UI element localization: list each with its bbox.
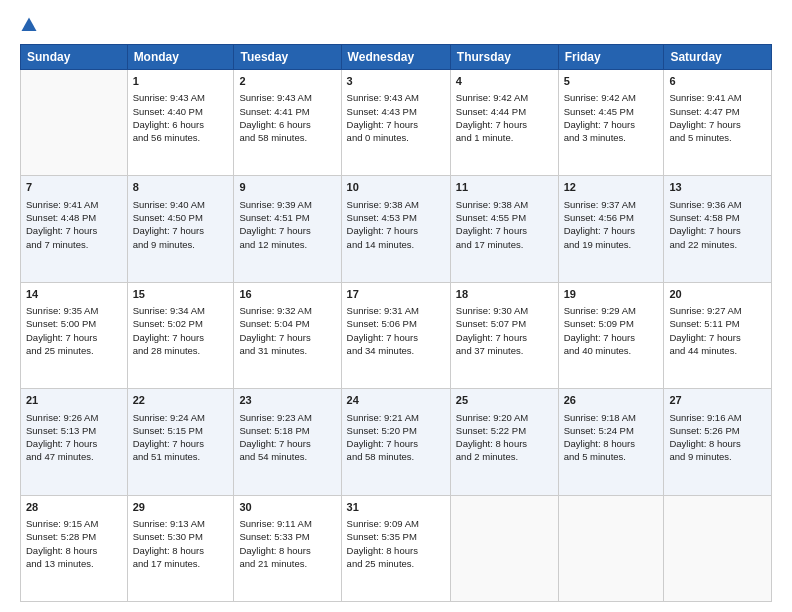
day-info-line: Sunset: 5:22 PM — [456, 424, 553, 437]
day-number: 5 — [564, 74, 659, 89]
day-info-line: Sunset: 4:40 PM — [133, 105, 229, 118]
day-info-line: and 58 minutes. — [239, 131, 335, 144]
day-info-line: Sunset: 4:44 PM — [456, 105, 553, 118]
day-info-line: Sunrise: 9:29 AM — [564, 304, 659, 317]
day-number: 11 — [456, 180, 553, 195]
day-info-line: Sunrise: 9:21 AM — [347, 411, 445, 424]
day-info-line: Sunset: 4:47 PM — [669, 105, 766, 118]
day-info-line: and 14 minutes. — [347, 238, 445, 251]
header — [20, 16, 772, 34]
calendar-cell: 11Sunrise: 9:38 AMSunset: 4:55 PMDayligh… — [450, 176, 558, 282]
logo — [20, 16, 42, 34]
day-number: 31 — [347, 500, 445, 515]
day-info-line: Daylight: 7 hours — [456, 331, 553, 344]
day-info-line: Sunset: 4:55 PM — [456, 211, 553, 224]
day-info-line: Sunrise: 9:42 AM — [456, 91, 553, 104]
day-info-line: Sunrise: 9:39 AM — [239, 198, 335, 211]
day-info-line: Sunrise: 9:18 AM — [564, 411, 659, 424]
day-info-line: Sunrise: 9:23 AM — [239, 411, 335, 424]
day-info-line: Sunset: 4:56 PM — [564, 211, 659, 224]
calendar-cell: 30Sunrise: 9:11 AMSunset: 5:33 PMDayligh… — [234, 495, 341, 601]
day-info-line: Daylight: 7 hours — [456, 118, 553, 131]
calendar-cell: 24Sunrise: 9:21 AMSunset: 5:20 PMDayligh… — [341, 389, 450, 495]
calendar-week-row: 7Sunrise: 9:41 AMSunset: 4:48 PMDaylight… — [21, 176, 772, 282]
day-info-line: Sunrise: 9:16 AM — [669, 411, 766, 424]
day-info-line: Sunset: 5:07 PM — [456, 317, 553, 330]
day-number: 22 — [133, 393, 229, 408]
day-info-line: and 25 minutes. — [26, 344, 122, 357]
weekday-header-monday: Monday — [127, 45, 234, 70]
day-number: 21 — [26, 393, 122, 408]
day-info-line: Sunrise: 9:38 AM — [347, 198, 445, 211]
day-info-line: Daylight: 6 hours — [133, 118, 229, 131]
calendar-cell: 10Sunrise: 9:38 AMSunset: 4:53 PMDayligh… — [341, 176, 450, 282]
day-info-line: Daylight: 7 hours — [26, 437, 122, 450]
calendar-cell: 23Sunrise: 9:23 AMSunset: 5:18 PMDayligh… — [234, 389, 341, 495]
day-info-line: Daylight: 8 hours — [347, 544, 445, 557]
day-info-line: Sunrise: 9:38 AM — [456, 198, 553, 211]
day-info-line: and 12 minutes. — [239, 238, 335, 251]
day-info-line: Sunset: 4:51 PM — [239, 211, 335, 224]
day-info-line: and 34 minutes. — [347, 344, 445, 357]
day-info-line: Sunrise: 9:20 AM — [456, 411, 553, 424]
weekday-header-tuesday: Tuesday — [234, 45, 341, 70]
day-info-line: and 51 minutes. — [133, 450, 229, 463]
day-info-line: Sunset: 4:41 PM — [239, 105, 335, 118]
day-info-line: Sunset: 5:30 PM — [133, 530, 229, 543]
calendar-cell: 25Sunrise: 9:20 AMSunset: 5:22 PMDayligh… — [450, 389, 558, 495]
day-info-line: Daylight: 7 hours — [26, 224, 122, 237]
calendar-cell — [21, 70, 128, 176]
weekday-header-thursday: Thursday — [450, 45, 558, 70]
day-number: 29 — [133, 500, 229, 515]
day-info-line: Sunrise: 9:43 AM — [133, 91, 229, 104]
svg-marker-0 — [22, 18, 37, 32]
day-info-line: Sunrise: 9:43 AM — [347, 91, 445, 104]
day-info-line: Sunset: 5:04 PM — [239, 317, 335, 330]
day-info-line: Sunset: 4:48 PM — [26, 211, 122, 224]
calendar-cell: 21Sunrise: 9:26 AMSunset: 5:13 PMDayligh… — [21, 389, 128, 495]
day-number: 16 — [239, 287, 335, 302]
day-info-line: Sunset: 5:11 PM — [669, 317, 766, 330]
day-number: 6 — [669, 74, 766, 89]
calendar-week-row: 21Sunrise: 9:26 AMSunset: 5:13 PMDayligh… — [21, 389, 772, 495]
calendar-cell: 9Sunrise: 9:39 AMSunset: 4:51 PMDaylight… — [234, 176, 341, 282]
day-info-line: Sunset: 4:45 PM — [564, 105, 659, 118]
day-info-line: and 54 minutes. — [239, 450, 335, 463]
day-info-line: Sunrise: 9:36 AM — [669, 198, 766, 211]
day-number: 27 — [669, 393, 766, 408]
day-info-line: Daylight: 7 hours — [564, 118, 659, 131]
calendar-cell: 8Sunrise: 9:40 AMSunset: 4:50 PMDaylight… — [127, 176, 234, 282]
calendar-cell: 20Sunrise: 9:27 AMSunset: 5:11 PMDayligh… — [664, 282, 772, 388]
calendar-week-row: 1Sunrise: 9:43 AMSunset: 4:40 PMDaylight… — [21, 70, 772, 176]
calendar-cell: 2Sunrise: 9:43 AMSunset: 4:41 PMDaylight… — [234, 70, 341, 176]
day-info-line: Daylight: 7 hours — [133, 224, 229, 237]
day-info-line: and 2 minutes. — [456, 450, 553, 463]
calendar-cell — [558, 495, 664, 601]
day-info-line: Sunrise: 9:42 AM — [564, 91, 659, 104]
day-number: 3 — [347, 74, 445, 89]
day-info-line: Daylight: 8 hours — [564, 437, 659, 450]
day-info-line: and 58 minutes. — [347, 450, 445, 463]
day-info-line: Sunset: 5:33 PM — [239, 530, 335, 543]
day-info-line: Daylight: 7 hours — [456, 224, 553, 237]
calendar-cell — [664, 495, 772, 601]
day-number: 9 — [239, 180, 335, 195]
day-info-line: Daylight: 7 hours — [239, 331, 335, 344]
day-info-line: and 25 minutes. — [347, 557, 445, 570]
day-info-line: Sunset: 5:00 PM — [26, 317, 122, 330]
calendar-cell: 29Sunrise: 9:13 AMSunset: 5:30 PMDayligh… — [127, 495, 234, 601]
logo-icon — [20, 16, 38, 34]
calendar-cell: 31Sunrise: 9:09 AMSunset: 5:35 PMDayligh… — [341, 495, 450, 601]
day-info-line: Sunrise: 9:31 AM — [347, 304, 445, 317]
day-info-line: and 44 minutes. — [669, 344, 766, 357]
calendar-cell: 6Sunrise: 9:41 AMSunset: 4:47 PMDaylight… — [664, 70, 772, 176]
calendar-cell: 13Sunrise: 9:36 AMSunset: 4:58 PMDayligh… — [664, 176, 772, 282]
day-info-line: Sunrise: 9:15 AM — [26, 517, 122, 530]
day-info-line: and 5 minutes. — [669, 131, 766, 144]
day-info-line: Daylight: 7 hours — [669, 224, 766, 237]
page: SundayMondayTuesdayWednesdayThursdayFrid… — [0, 0, 792, 612]
day-info-line: Sunset: 4:43 PM — [347, 105, 445, 118]
day-info-line: and 40 minutes. — [564, 344, 659, 357]
day-number: 25 — [456, 393, 553, 408]
day-info-line: Daylight: 7 hours — [347, 437, 445, 450]
